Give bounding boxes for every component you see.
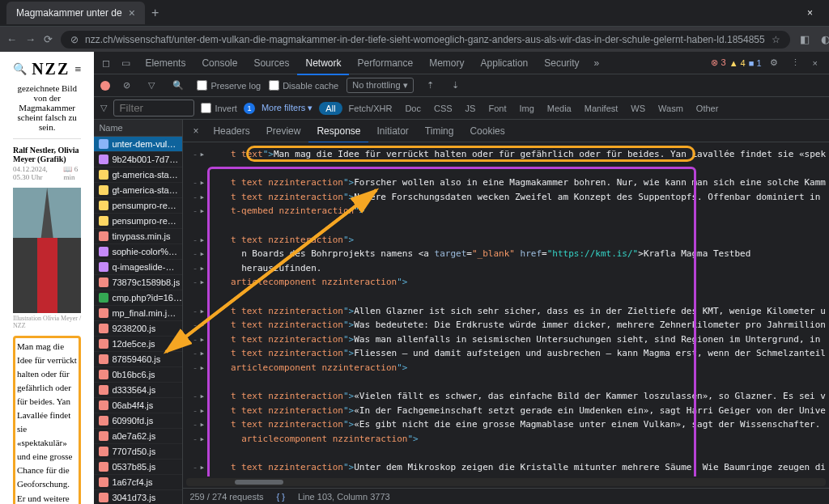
throttle-select[interactable]: No throttling ▾ [346,78,413,93]
browser-tabbar: Magmakammer unter de × + × [0,0,829,26]
request-item[interactable]: sophie-color%… [94,244,182,260]
more-filters[interactable]: More filters ▾ [261,103,312,113]
request-item[interactable]: 60990fd.js [94,413,182,429]
back-icon[interactable]: ← [6,33,17,45]
request-item[interactable]: gt-america-sta… [94,183,182,198]
filter-input[interactable] [113,100,194,116]
request-item[interactable]: 0b16bc6.js [94,367,182,383]
url-text: nzz.ch/wissenschaft/unter-dem-vulkan-die… [85,34,765,45]
response-line: -▸ t text nzzinteraction">Was bedeutete:… [186,318,826,332]
request-item[interactable]: pensumpro-re… [94,214,182,229]
request-item[interactable]: tinypass.min.js [94,229,182,244]
filter-type-js[interactable]: JS [459,102,483,115]
detail-tab-preview[interactable]: Preview [258,121,309,142]
devtools-tabs: ◻ ▭ ElementsConsoleSourcesNetworkPerform… [94,52,829,74]
forward-icon[interactable]: → [25,33,36,45]
devtools-tab-sources[interactable]: Sources [245,53,297,74]
request-item[interactable]: d333564.js [94,383,182,398]
response-line: -▸ t text nzzinteraction">«Vielen fällt … [186,389,826,404]
devtools-tab-network[interactable]: Network [297,53,349,75]
request-item[interactable]: 7707d50.js [94,444,182,460]
new-tab-button[interactable]: + [145,6,165,20]
lock-icon: ⊘ [70,34,79,45]
record-icon[interactable] [100,81,110,91]
devtools-warnings[interactable]: ⊗ 3 ▲ 4 ■ 1 ⚙ ⋮ × [711,57,826,68]
filter-type-all[interactable]: All [319,102,342,115]
filter-icon[interactable]: ▽ [143,80,159,91]
detail-tab-initiator[interactable]: Initiator [368,121,416,142]
filter-count-badge: 1 [244,103,255,114]
ext-icon[interactable]: ◐ [819,33,829,45]
star-icon[interactable]: ☆ [772,34,780,45]
status-bar: 259 / 274 requests { } Line 103, Column … [183,488,829,504]
request-item[interactable]: 3041d73.js [94,490,182,504]
request-item[interactable]: 0537b85.js [94,460,182,475]
request-item[interactable]: gt-america-sta… [94,167,182,183]
devtools-tab-memory[interactable]: Memory [421,53,472,74]
response-line: -▸ t text">Man mag die Idee für verrückt… [186,147,826,162]
search-icon[interactable]: 🔍 [13,62,27,76]
request-item[interactable]: 87859460.js [94,352,182,367]
funnel-icon[interactable]: ▽ [100,103,107,113]
detail-tab-response[interactable]: Response [308,121,368,143]
request-item[interactable]: 9b24b001-7d7… [94,152,182,167]
request-item[interactable]: unter-dem-vul… [94,137,182,152]
filter-type-css[interactable]: CSS [427,102,459,115]
response-line [186,162,826,176]
preserve-log-checkbox[interactable]: Preserve log [197,80,261,91]
ext-icon[interactable]: ◧ [798,33,811,45]
download-icon[interactable]: ⇣ [447,80,464,91]
chevron-icon[interactable]: » [589,57,605,69]
name-column-header[interactable]: Name [94,120,182,137]
filter-type-doc[interactable]: Doc [398,102,427,115]
filter-type-fetch/xhr[interactable]: Fetch/XHR [342,102,399,115]
detail-tab-cookies[interactable]: Cookies [461,121,512,142]
image-caption: Illustration Olivia Meyer / NZZ [13,315,81,329]
request-item[interactable]: 9238200.js [94,321,182,337]
filter-type-img[interactable]: Img [512,102,540,115]
url-field[interactable]: ⊘ nzz.ch/wissenschaft/unter-dem-vulkan-d… [61,31,790,49]
extension-icons: ◧ ◐ ▦ ◆ ⊞ 👤 ⋮ [798,33,829,45]
request-item[interactable]: cmp.php?id=16… [94,290,182,306]
close-icon[interactable]: × [808,58,823,68]
request-item[interactable]: pensumpro-re… [94,198,182,214]
response-content[interactable]: -▸ t text">Man mag die Idee für verrückt… [183,142,829,476]
window-close-icon[interactable]: × [797,7,823,19]
request-item[interactable]: 06ab4f4.js [94,398,182,413]
disable-cache-checkbox[interactable]: Disable cache [269,80,338,91]
devtools-tab-console[interactable]: Console [193,53,245,74]
filter-type-wasm[interactable]: Wasm [652,102,690,115]
filter-type-manifest[interactable]: Manifest [578,102,625,115]
detail-tab-timing[interactable]: Timing [417,121,462,142]
devtools-tab-elements[interactable]: Elements [137,53,193,74]
request-item[interactable]: mp_final.min.j… [94,306,182,321]
request-item[interactable]: q-imageslide-… [94,260,182,275]
filter-type-ws[interactable]: WS [624,102,652,115]
request-item[interactable]: a0e7a62.js [94,429,182,444]
clear-icon[interactable]: ⊘ [118,80,135,91]
wifi-icon[interactable]: ⇡ [422,80,439,91]
search-icon[interactable]: 🔍 [168,80,189,91]
horizontal-scrollbar[interactable] [186,478,826,486]
request-item[interactable]: 1a67cf4.js [94,475,182,490]
browser-tab[interactable]: Magmakammer unter de × [6,2,145,24]
filter-type-other[interactable]: Other [690,102,725,115]
devtools-tab-application[interactable]: Application [473,53,537,74]
close-icon[interactable]: × [186,125,205,137]
response-line [186,375,826,390]
close-icon[interactable]: × [129,6,135,19]
gear-icon[interactable]: ⚙ [765,57,783,68]
inspect-icon[interactable]: ◻ [97,57,115,69]
hamburger-icon[interactable]: ≡ [74,63,81,76]
devtools-tab-security[interactable]: Security [536,53,587,74]
request-item[interactable]: 73879c1589b8.js [94,275,182,290]
filter-type-font[interactable]: Font [482,102,512,115]
kebab-icon[interactable]: ⋮ [786,57,805,68]
reload-icon[interactable]: ⟳ [44,33,53,45]
request-item[interactable]: 12de5ce.js [94,337,182,352]
devtools-tab-performance[interactable]: Performance [349,53,421,74]
device-icon[interactable]: ▭ [117,57,135,69]
filter-type-media[interactable]: Media [541,102,578,115]
invert-checkbox[interactable]: Invert [201,103,237,113]
detail-tab-headers[interactable]: Headers [205,121,257,142]
